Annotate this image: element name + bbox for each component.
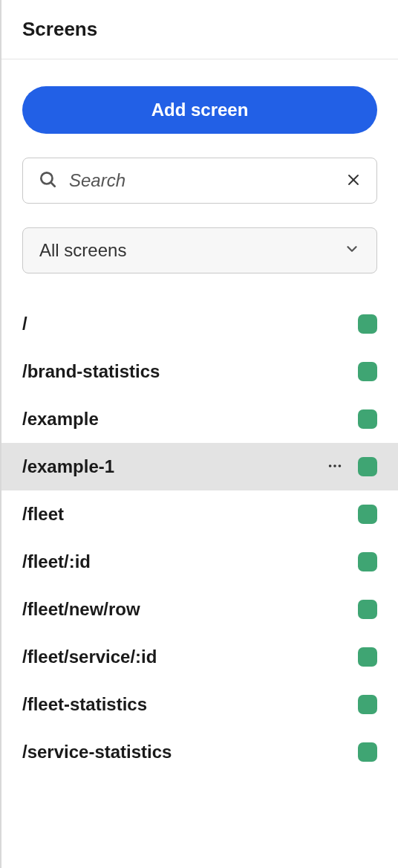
add-screen-button[interactable]: Add screen <box>22 86 377 134</box>
more-horizontal-icon <box>327 458 343 476</box>
status-badge <box>358 552 377 571</box>
status-badge <box>358 457 377 476</box>
screen-item-right <box>358 695 377 714</box>
screen-path: /fleet/new/row <box>22 599 358 620</box>
screen-list-item[interactable]: /fleet <box>1 490 398 538</box>
controls-section: Add screen All screens <box>1 59 398 273</box>
search-input[interactable] <box>69 170 332 191</box>
screen-item-right <box>324 455 377 479</box>
svg-point-4 <box>329 464 332 467</box>
filter-selected-label: All screens <box>39 240 126 261</box>
screen-list-item[interactable]: /fleet/new/row <box>1 586 398 633</box>
svg-point-5 <box>333 464 336 467</box>
more-options-button[interactable] <box>324 455 346 479</box>
screen-path: /fleet/:id <box>22 551 358 572</box>
chevron-down-icon <box>344 241 360 260</box>
screen-item-right <box>358 600 377 619</box>
screen-list-item[interactable]: /brand-statistics <box>1 348 398 395</box>
svg-line-1 <box>51 183 55 187</box>
screen-path: /fleet <box>22 504 358 525</box>
screen-list-item[interactable]: /service-statistics <box>1 728 398 776</box>
screen-list-item[interactable]: /fleet/service/:id <box>1 633 398 681</box>
status-badge <box>358 742 377 762</box>
screen-list-item[interactable]: /example-1 <box>1 443 398 490</box>
status-badge <box>358 695 377 714</box>
status-badge <box>358 647 377 667</box>
screen-path: /brand-statistics <box>22 361 358 382</box>
screen-item-right <box>358 314 377 334</box>
filter-dropdown[interactable]: All screens <box>22 227 377 273</box>
screen-path: /fleet-statistics <box>22 694 358 715</box>
panel-header: Screens <box>1 0 398 59</box>
screen-item-right <box>358 362 377 381</box>
screen-item-right <box>358 409 377 429</box>
search-field-wrapper <box>22 158 377 204</box>
svg-point-6 <box>339 464 342 467</box>
screen-list: //brand-statistics/example/example-1/fle… <box>1 300 398 776</box>
screen-path: /service-statistics <box>22 742 358 762</box>
screen-path: /example-1 <box>22 456 324 477</box>
screen-item-right <box>358 505 377 524</box>
status-badge <box>358 409 377 429</box>
screen-list-item[interactable]: / <box>1 300 398 348</box>
screens-panel: Screens Add screen All screens <box>0 0 398 868</box>
screen-item-right <box>358 647 377 667</box>
screen-path: /example <box>22 409 358 430</box>
search-icon <box>38 169 57 192</box>
panel-title: Screens <box>22 18 377 41</box>
screen-path: /fleet/service/:id <box>22 647 358 667</box>
screen-list-item[interactable]: /example <box>1 395 398 443</box>
screen-list-item[interactable]: /fleet-statistics <box>1 681 398 728</box>
status-badge <box>358 314 377 334</box>
screen-item-right <box>358 552 377 571</box>
screen-list-item[interactable]: /fleet/:id <box>1 538 398 586</box>
clear-search-button[interactable] <box>344 169 363 192</box>
status-badge <box>358 600 377 619</box>
screen-path: / <box>22 314 358 334</box>
screen-item-right <box>358 742 377 762</box>
status-badge <box>358 362 377 381</box>
status-badge <box>358 505 377 524</box>
